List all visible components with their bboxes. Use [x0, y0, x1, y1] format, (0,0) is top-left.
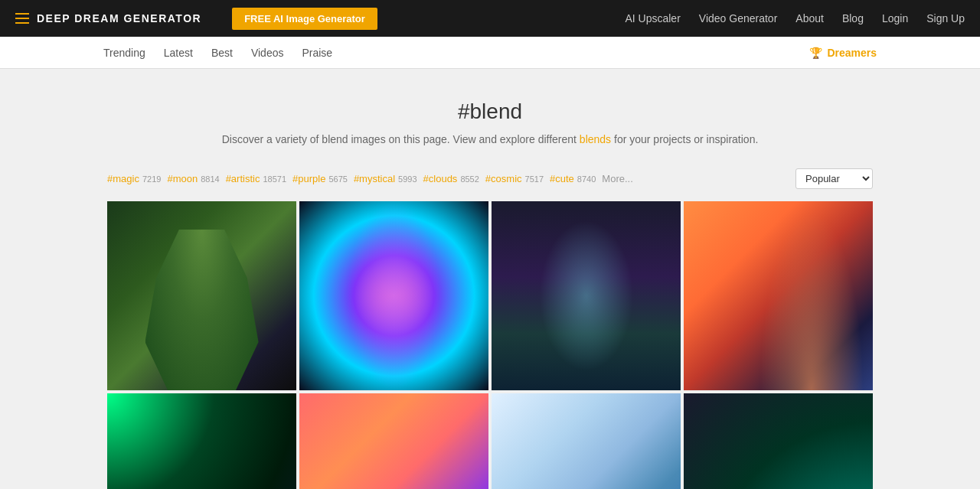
tag-artistic[interactable]: #artistic 18571	[226, 173, 286, 184]
dreamers-link[interactable]: 🏆 Dreamers	[809, 47, 877, 59]
header-nav: AI Upscaler Video Generator About Blog L…	[625, 12, 965, 24]
trophy-icon: 🏆	[809, 47, 822, 59]
logo-text: DEEP DREAM GENERATOR	[37, 12, 201, 24]
nav-about[interactable]: About	[795, 12, 824, 24]
tag-mystical[interactable]: #mystical 5993	[354, 173, 417, 184]
image-cell-3[interactable]	[492, 201, 681, 390]
image-cell-7[interactable]	[492, 393, 681, 489]
tag-cute[interactable]: #cute 8740	[550, 173, 596, 184]
more-tags-button[interactable]: More...	[602, 173, 632, 184]
hamburger-icon[interactable]	[15, 13, 29, 24]
cta-section: FREE AI Image Generator	[232, 8, 377, 30]
tags-bar: #magic 7219 #moon 8814 #artistic 18571 #…	[107, 159, 873, 198]
nav-blog[interactable]: Blog	[842, 12, 864, 24]
image-cell-8[interactable]	[684, 393, 873, 489]
tag-cosmic[interactable]: #cosmic 7517	[485, 173, 544, 184]
image-grid-row1	[107, 201, 873, 390]
subnav-videos[interactable]: Videos	[251, 39, 284, 67]
subnav-links: Trending Latest Best Videos Praise	[103, 39, 332, 67]
page-subtitle: Discover a variety of blend images on th…	[107, 132, 873, 148]
header: DEEP DREAM GENERATOR FREE AI Image Gener…	[0, 0, 980, 37]
image-cell-6[interactable]	[299, 393, 488, 489]
image-grid-row2	[107, 393, 873, 489]
nav-video-generator[interactable]: Video Generator	[699, 12, 777, 24]
subtitle-before: Discover a variety of blend images on th…	[222, 133, 580, 145]
main-content: #blend Discover a variety of blend image…	[0, 69, 980, 489]
image-cell-1[interactable]	[107, 201, 296, 390]
cta-button[interactable]: FREE AI Image Generator	[232, 8, 377, 30]
image-cell-4[interactable]	[684, 201, 873, 390]
subnav-latest[interactable]: Latest	[164, 39, 193, 67]
page-title: #blend	[107, 99, 873, 124]
tag-moon[interactable]: #moon 8814	[167, 173, 219, 184]
sort-select[interactable]: Popular Latest Most Liked	[795, 168, 873, 189]
nav-signup[interactable]: Sign Up	[926, 12, 965, 24]
subnav-best[interactable]: Best	[211, 39, 233, 67]
subnav-trending[interactable]: Trending	[103, 39, 145, 67]
tag-magic[interactable]: #magic 7219	[107, 173, 161, 184]
image-cell-2[interactable]	[299, 201, 488, 390]
page-title-section: #blend Discover a variety of blend image…	[107, 84, 873, 159]
tag-purple[interactable]: #purple 5675	[292, 173, 348, 184]
logo[interactable]: DEEP DREAM GENERATOR	[15, 12, 201, 24]
subtitle-after: for your projects or inspiration.	[611, 133, 758, 145]
tag-clouds[interactable]: #clouds 8552	[423, 173, 479, 184]
subnav: Trending Latest Best Videos Praise 🏆 Dre…	[0, 37, 980, 69]
dreamers-label: Dreamers	[827, 47, 877, 59]
subnav-praise[interactable]: Praise	[302, 39, 332, 67]
image-cell-5[interactable]	[107, 393, 296, 489]
nav-login[interactable]: Login	[882, 12, 908, 24]
nav-ai-upscaler[interactable]: AI Upscaler	[625, 12, 680, 24]
page-wrapper: #blend Discover a variety of blend image…	[107, 69, 873, 489]
subtitle-highlight: blends	[580, 133, 611, 145]
